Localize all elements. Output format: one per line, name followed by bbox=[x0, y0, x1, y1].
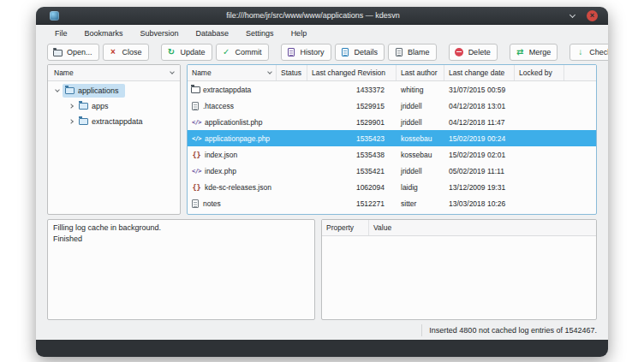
main-area: Name applications apps bbox=[36, 62, 608, 215]
checkout-icon: ↓ bbox=[575, 46, 586, 57]
code-file-icon: </> bbox=[191, 135, 202, 142]
column-header-spacer bbox=[564, 65, 596, 80]
window-title: file:///home/jr/src/www/www/applications… bbox=[59, 11, 567, 20]
toolbar-button-history[interactable]: History bbox=[281, 44, 331, 61]
toolbar-button-checkout[interactable]: ↓ Checkout bbox=[569, 44, 608, 61]
chevron-down-icon bbox=[569, 11, 575, 17]
column-header-author[interactable]: Last author bbox=[397, 65, 444, 80]
expander-collapsed-icon[interactable] bbox=[65, 120, 76, 123]
statusbar: Inserted 4800 not cached log entries of … bbox=[36, 320, 608, 340]
toolbar-button-merge[interactable]: ⇄ Merge bbox=[510, 44, 558, 61]
column-header-locked[interactable]: Locked by bbox=[515, 65, 564, 80]
folder-icon bbox=[79, 118, 88, 125]
log-line: Filling log cache in background. bbox=[53, 223, 309, 234]
code-file-icon: </> bbox=[191, 119, 202, 126]
column-header-value[interactable]: Value bbox=[369, 220, 596, 235]
menu-item-subversion[interactable]: Subversion bbox=[139, 28, 181, 39]
tree-body: applications apps extractappdata bbox=[48, 81, 180, 129]
column-header-date[interactable]: Last change date bbox=[444, 65, 515, 80]
repository-tree-panel: Name applications apps bbox=[47, 64, 181, 215]
column-header-property[interactable]: Property bbox=[322, 220, 369, 235]
folder-icon bbox=[79, 103, 88, 110]
table-row-index-php[interactable]: </>index.php 1535421 jriddell 05/02/2019… bbox=[188, 163, 596, 179]
properties-panel: Property Value bbox=[321, 219, 597, 320]
column-header-name[interactable]: Name bbox=[188, 65, 277, 80]
shade-button[interactable] bbox=[567, 10, 577, 21]
expander-collapsed-icon[interactable] bbox=[65, 104, 76, 108]
tree-item-apps[interactable]: apps bbox=[48, 98, 180, 114]
tree-item-applications[interactable]: applications bbox=[48, 83, 180, 98]
file-table-header: Name Status Last changed Revision Last a… bbox=[188, 65, 596, 81]
toolbar-button-details[interactable]: Details bbox=[335, 44, 385, 61]
menu-item-help[interactable]: Help bbox=[289, 28, 309, 39]
toolbar-button-commit[interactable]: ✓ Commit bbox=[216, 44, 269, 61]
json-file-icon: {} bbox=[191, 151, 202, 159]
statusbar-message: Inserted 4800 not cached log entries of … bbox=[429, 326, 597, 335]
titlebar[interactable]: file:///home/jr/src/www/www/applications… bbox=[36, 7, 608, 25]
close-window-button[interactable]: × bbox=[587, 10, 598, 21]
history-icon bbox=[286, 46, 297, 57]
column-header-status[interactable]: Status bbox=[277, 65, 307, 80]
folder-icon bbox=[191, 86, 200, 93]
file-icon bbox=[192, 102, 199, 110]
menu-item-database[interactable]: Database bbox=[194, 28, 231, 39]
menu-item-settings[interactable]: Settings bbox=[244, 28, 276, 39]
table-row-index-json[interactable]: {}index.json 1535438 kossebau 15/02/2019… bbox=[188, 146, 596, 163]
log-line: Finished bbox=[53, 234, 309, 245]
menu-item-file[interactable]: File bbox=[53, 28, 69, 39]
code-file-icon: </> bbox=[191, 168, 202, 175]
statusbar-separator bbox=[421, 324, 422, 336]
toolbar-button-close[interactable]: × Close bbox=[103, 44, 149, 61]
menu-item-bookmarks[interactable]: Bookmarks bbox=[83, 28, 125, 39]
document-close-icon: × bbox=[108, 46, 119, 57]
folder-open-icon bbox=[52, 46, 63, 57]
table-row-applicationlist-php[interactable]: </>applicationlist.php 1529901 jriddell … bbox=[188, 114, 596, 130]
toolbar-button-open[interactable]: Open... bbox=[47, 44, 99, 61]
window-bottom-frame bbox=[36, 340, 608, 357]
table-row-kde-sc-releases-json[interactable]: {}kde-sc-releases.json 1062094 laidig 13… bbox=[188, 179, 596, 195]
sort-indicator-icon bbox=[170, 69, 175, 74]
properties-header: Property Value bbox=[322, 220, 596, 236]
toolbar-button-blame[interactable]: Blame bbox=[388, 44, 437, 61]
tree-column-header-name[interactable]: Name bbox=[48, 65, 180, 81]
menubar: File Bookmarks Subversion Database Setti… bbox=[36, 25, 608, 41]
toolbar-button-update[interactable]: ↻ Update bbox=[161, 44, 212, 61]
file-icon bbox=[192, 199, 199, 208]
delete-icon bbox=[454, 46, 465, 57]
column-header-revision[interactable]: Last changed Revision bbox=[307, 65, 397, 80]
blame-icon bbox=[393, 46, 404, 57]
details-icon bbox=[340, 46, 351, 57]
file-list-panel: Name Status Last changed Revision Last a… bbox=[187, 64, 597, 215]
folder-icon bbox=[65, 87, 75, 94]
expander-expanded-icon[interactable] bbox=[51, 90, 63, 92]
table-row-htaccess[interactable]: .htaccess 1529915 jriddell 04/12/2018 13… bbox=[188, 98, 596, 114]
sort-indicator-icon bbox=[267, 69, 272, 74]
tree-item-extractappdata[interactable]: extractappdata bbox=[48, 114, 180, 129]
json-file-icon: {} bbox=[191, 183, 202, 192]
bottom-area: Filling log cache in background. Finishe… bbox=[36, 219, 608, 320]
kdesvn-window: file:///home/jr/src/www/www/applications… bbox=[36, 7, 608, 357]
merge-icon: ⇄ bbox=[515, 46, 526, 57]
table-row-extractappdata[interactable]: extractappdata 1433372 whiting 31/07/201… bbox=[188, 81, 596, 98]
toolbar-button-delete[interactable]: Delete bbox=[449, 44, 498, 61]
update-icon: ↻ bbox=[166, 46, 177, 57]
table-row-applicationpage-php[interactable]: </>applicationpage.php 1535423 kossebau … bbox=[188, 130, 596, 146]
commit-icon: ✓ bbox=[221, 46, 232, 57]
log-output-panel: Filling log cache in background. Finishe… bbox=[47, 219, 315, 320]
table-row-notes[interactable]: notes 1512271 sitter 13/03/2018 10:26 bbox=[188, 195, 596, 211]
app-icon bbox=[50, 11, 59, 21]
toolbar: Open... × Close ↻ Update ✓ Commit Histor… bbox=[36, 41, 608, 62]
